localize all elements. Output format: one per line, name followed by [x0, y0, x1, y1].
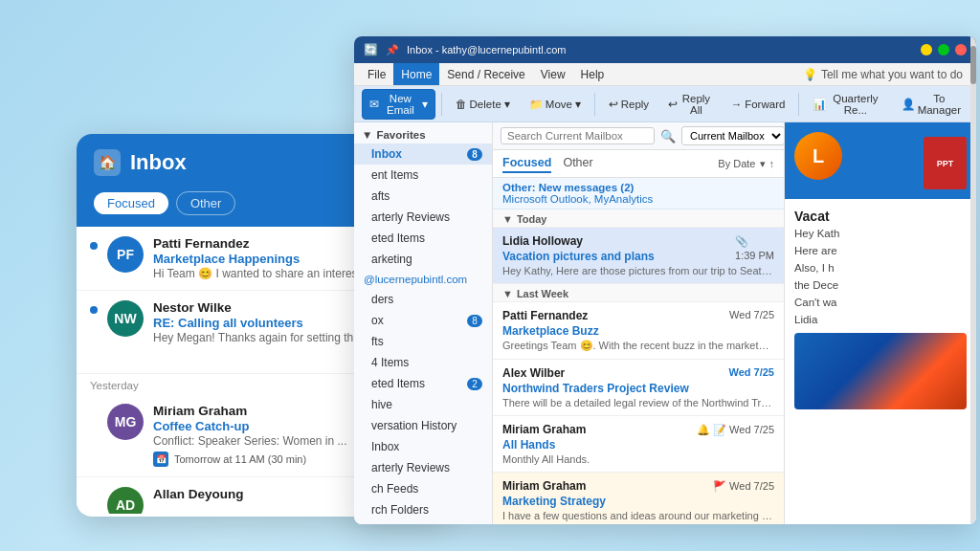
- move-button[interactable]: 📁 Move ▾: [522, 94, 589, 115]
- to-manager-button[interactable]: 👤 To Manager: [894, 89, 969, 120]
- table-row[interactable]: Lidia Holloway 📎 Vacation pictures and p…: [493, 228, 784, 284]
- bell-icon: 🔔: [697, 424, 710, 436]
- email-sender: Miriam Graham: [502, 423, 695, 436]
- menu-file[interactable]: File: [360, 63, 393, 85]
- menu-home[interactable]: Home: [393, 63, 439, 85]
- archive-label: hive: [371, 398, 392, 411]
- table-row[interactable]: Miriam Graham 🔔 📝 Wed 7/25 All Hands Mon…: [493, 416, 784, 473]
- move-icon: 📁: [529, 98, 543, 111]
- sidebar-item-qr2[interactable]: arterly Reviews: [354, 457, 492, 478]
- quarterly-button[interactable]: 📊 Quarterly Re...: [805, 89, 889, 120]
- minimize-button[interactable]: [921, 44, 932, 55]
- reading-pane-line3: the Dece: [794, 279, 967, 291]
- tab-other[interactable]: Other: [563, 154, 592, 173]
- quarterly-label: arterly Reviews: [371, 210, 450, 224]
- quarterly-icon: 📊: [813, 98, 826, 111]
- reading-pane-signature: Lidia: [794, 314, 967, 325]
- sidebar-favorites-header[interactable]: ▼ Favorites: [354, 126, 492, 143]
- new-email-icon: ✉: [369, 98, 379, 111]
- email-sender: Patti Fernandez: [153, 236, 250, 251]
- search-folders-label: rch Folders: [371, 503, 429, 517]
- delete-icon: 🗑: [456, 99, 467, 110]
- reply-button[interactable]: ↩ Reply: [601, 94, 657, 115]
- scrollbar[interactable]: [970, 122, 976, 524]
- email-date: Wed 7/25: [729, 480, 774, 492]
- last-week-label: Last Week: [517, 288, 568, 299]
- menu-view[interactable]: View: [533, 63, 573, 85]
- email-sender: Alex Wilber: [502, 366, 727, 380]
- mobile-header-left: 🏠 Inbox: [94, 149, 187, 176]
- email-icons: 🔔 📝 Wed 7/25: [697, 423, 774, 436]
- ribbon-divider: [441, 93, 442, 116]
- table-row[interactable]: Patti Fernandez Wed 7/25 Marketplace Buz…: [493, 302, 784, 360]
- sort-dropdown-icon: ▾: [760, 158, 766, 170]
- title-bar-left: 🔄 📌 Inbox - kathy@lucernepubintl.com: [364, 43, 566, 56]
- email-sender: Lidia Holloway: [502, 234, 733, 248]
- tell-me-bar[interactable]: 💡 Tell me what you want to do: [795, 68, 970, 81]
- reply-all-button[interactable]: ↩ Reply All: [660, 89, 720, 120]
- chevron-down-icon: ▼: [502, 288, 513, 299]
- close-button[interactable]: [955, 44, 967, 55]
- sidebar-item-deleted[interactable]: eted Items: [354, 228, 492, 249]
- email-subject: Vacation pictures and plans: [502, 250, 733, 263]
- sidebar-item-inbox[interactable]: Inbox 8: [354, 143, 492, 165]
- menu-bar: File Home Send / Receive View Help 💡 Tel…: [354, 63, 976, 86]
- menu-help[interactable]: Help: [573, 63, 612, 85]
- current-mailbox-select[interactable]: Current Mailbox: [681, 126, 785, 145]
- mobile-tab-focused[interactable]: Focused: [94, 192, 168, 214]
- search-icon[interactable]: 🔍: [660, 129, 676, 143]
- search-input[interactable]: [501, 127, 655, 144]
- home-icon: 🏠: [94, 149, 121, 176]
- reading-pane-title: Vacat: [794, 209, 967, 224]
- reading-pane-content: Vacat Hey Kath Here are Also, I h the De…: [785, 199, 976, 524]
- forward-label: Forward: [745, 99, 785, 110]
- sort-label: By Date: [718, 158, 755, 169]
- email-preview: Hey Kathy, Here are those pictures from …: [502, 265, 774, 276]
- focused-other-bar: Focused Other By Date ▾ ↑: [493, 150, 784, 178]
- sidebar-item-4items[interactable]: 4 Items: [354, 352, 492, 373]
- to-manager-label: To Manager: [918, 93, 961, 116]
- tab-focused[interactable]: Focused: [502, 154, 551, 173]
- sidebar-item-search-folders[interactable]: rch Folders: [354, 499, 492, 520]
- forward-button[interactable]: → Forward: [724, 95, 793, 114]
- email-date: 1:39 PM: [735, 250, 774, 263]
- sort-direction-icon[interactable]: ↑: [769, 158, 775, 169]
- sidebar-item-sent[interactable]: ent Items: [354, 165, 492, 186]
- sidebar-item-convo[interactable]: versation History: [354, 415, 492, 436]
- sidebar-item-deleted2[interactable]: eted Items 2: [354, 373, 492, 394]
- email-sender: Nestor Wilke: [153, 300, 232, 315]
- sidebar-item-archive[interactable]: hive: [354, 394, 492, 415]
- mobile-tab-other[interactable]: Other: [176, 191, 236, 215]
- sidebar-item-folders[interactable]: ders: [354, 289, 492, 310]
- sidebar-item-fts[interactable]: fts: [354, 331, 492, 352]
- email-icons: 🚩 Wed 7/25: [713, 479, 774, 493]
- sidebar-item-drafts[interactable]: afts: [354, 186, 492, 207]
- email-date: Wed 7/25: [729, 424, 774, 435]
- sort-control[interactable]: By Date ▾ ↑: [718, 158, 774, 170]
- delete-button[interactable]: 🗑 Delete ▾: [448, 94, 518, 115]
- reading-pane-header: L PPT: [785, 122, 976, 199]
- ribbon: ✉ New Email ▾ 🗑 Delete ▾ 📁 Move ▾ ↩ Repl…: [354, 86, 976, 122]
- unread-dot: [90, 242, 98, 250]
- sidebar-item-rss[interactable]: ch Feeds: [354, 478, 492, 499]
- reading-pane-image: [794, 333, 967, 409]
- avatar: PF: [107, 236, 144, 273]
- table-row[interactable]: Miriam Graham 🚩 Wed 7/25 Marketing Strat…: [493, 473, 784, 524]
- sidebar-item-conv-email[interactable]: Inbox: [354, 436, 492, 457]
- sidebar-item-groups[interactable]: oups: [354, 520, 492, 524]
- rss-label: ch Feeds: [371, 482, 418, 496]
- sidebar-item-marketing[interactable]: arketing: [354, 249, 492, 270]
- email-preview: Greetings Team 😊. With the recent buzz i…: [502, 340, 774, 352]
- email-preview: There will be a detailed legal review of…: [502, 397, 774, 408]
- maximize-button[interactable]: [938, 44, 949, 55]
- sidebar-item-inbox2[interactable]: ox 8: [354, 310, 492, 331]
- rsvp-time: Tomorrow at 11 AM (30 min): [174, 453, 306, 465]
- new-email-button[interactable]: ✉ New Email ▾: [362, 89, 435, 120]
- other-messages-banner[interactable]: Other: New messages (2) Microsoft Outloo…: [493, 178, 784, 209]
- table-row[interactable]: Alex Wilber Wed 7/25 Northwind Traders P…: [493, 360, 784, 416]
- deleted2-badge: 2: [467, 378, 482, 390]
- menu-send-receive[interactable]: Send / Receive: [439, 63, 532, 85]
- outlook-refresh-icon[interactable]: 🔄: [364, 43, 378, 56]
- sidebar-email-account[interactable]: @lucernepubintl.com: [354, 270, 492, 289]
- sidebar-item-quarterly[interactable]: arterly Reviews: [354, 207, 492, 228]
